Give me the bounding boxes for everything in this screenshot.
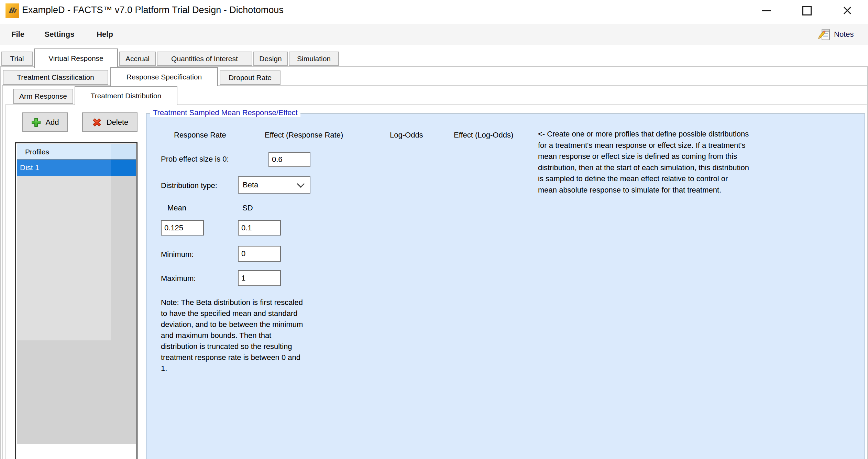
- tab-arm-response[interactable]: Arm Response: [13, 89, 73, 104]
- sd-label: SD: [242, 204, 253, 212]
- minimum-label: Minimum:: [161, 250, 194, 259]
- radio-effect-log-odds-label[interactable]: Effect (Log-Odds): [454, 131, 513, 140]
- tab-virtual-response[interactable]: Virtual Response: [34, 48, 118, 68]
- menu-settings[interactable]: Settings: [39, 24, 80, 45]
- tab-accrual[interactable]: Accrual: [119, 52, 156, 66]
- mean-input[interactable]: [161, 220, 204, 236]
- radio-log-odds-label[interactable]: Log-Odds: [390, 131, 423, 140]
- tabpage1-left-border: [0, 66, 1, 459]
- mean-label: Mean: [167, 204, 186, 212]
- tab-simulation[interactable]: Simulation: [289, 52, 339, 66]
- distribution-type-value: Beta: [239, 181, 298, 189]
- tabpage1-top-border: [0, 66, 868, 67]
- list-item-dist-1[interactable]: Dist 1: [17, 160, 136, 176]
- plus-icon: [31, 117, 41, 128]
- list-overlay-artifact: [17, 176, 111, 340]
- beta-note: Note: The Beta distribution is first res…: [161, 297, 347, 374]
- window-title: ExampleD - FACTS™ v7.0 Platform Trial De…: [22, 5, 284, 15]
- maximum-label: Maximum:: [161, 274, 196, 283]
- sd-input[interactable]: [238, 220, 281, 236]
- chevron-down-icon: [297, 180, 305, 188]
- menu-bar: [0, 24, 868, 45]
- tab-dropout-rate[interactable]: Dropout Rate: [220, 70, 281, 85]
- distribution-type-label: Distribution type:: [161, 181, 217, 190]
- tabpage1-right-border: [867, 66, 868, 459]
- tab-quantities-of-interest[interactable]: Quantities of Interest: [157, 52, 252, 66]
- close-button[interactable]: [835, 0, 860, 21]
- maximize-icon: [802, 6, 812, 15]
- menu-help[interactable]: Help: [92, 24, 118, 45]
- app-icon: [6, 3, 19, 18]
- tabpage3-left-border: [6, 104, 6, 459]
- minimize-button[interactable]: [754, 0, 779, 21]
- notes-icon: [818, 28, 831, 41]
- maximum-input[interactable]: [238, 270, 281, 286]
- radio-response-rate-label[interactable]: Response Rate: [174, 131, 226, 140]
- profiles-list-empty-area[interactable]: [17, 176, 136, 444]
- prob-effect-label: Prob effect size is 0:: [161, 155, 229, 164]
- profiles-column-header[interactable]: Profiles: [17, 144, 136, 160]
- radio-effect-response-rate-label[interactable]: Effect (Response Rate): [265, 131, 343, 140]
- notes-label: Notes: [834, 30, 854, 39]
- x-icon: [91, 117, 102, 128]
- delete-label: Delete: [107, 118, 129, 127]
- tab-response-specification[interactable]: Response Specification: [110, 67, 218, 86]
- distribution-type-select[interactable]: Beta: [238, 176, 310, 194]
- minimize-icon: [762, 10, 771, 11]
- title-bar: ExampleD - FACTS™ v7.0 Platform Trial De…: [0, 0, 868, 21]
- add-button[interactable]: Add: [22, 112, 68, 132]
- notes-button[interactable]: Notes: [818, 25, 865, 43]
- tab-design[interactable]: Design: [253, 52, 288, 66]
- help-text: <- Create one or more profiles that defi…: [538, 129, 813, 196]
- minimum-input[interactable]: [238, 246, 281, 262]
- tab-treatment-classification[interactable]: Treatment Classification: [3, 70, 108, 85]
- tab-trial[interactable]: Trial: [1, 52, 33, 66]
- close-icon: [843, 6, 852, 15]
- menu-file[interactable]: File: [8, 24, 28, 45]
- groupbox-title: Treatment Sampled Mean Response/Effect: [150, 108, 300, 117]
- add-label: Add: [45, 118, 59, 127]
- tabpage2-left-border: [2, 85, 3, 459]
- delete-button[interactable]: Delete: [82, 112, 138, 132]
- profiles-list: Profiles Dist 1: [15, 142, 138, 459]
- maximize-button[interactable]: [794, 0, 820, 21]
- prob-effect-input[interactable]: [268, 152, 310, 167]
- tab-treatment-distribution[interactable]: Treatment Distribution: [75, 86, 177, 105]
